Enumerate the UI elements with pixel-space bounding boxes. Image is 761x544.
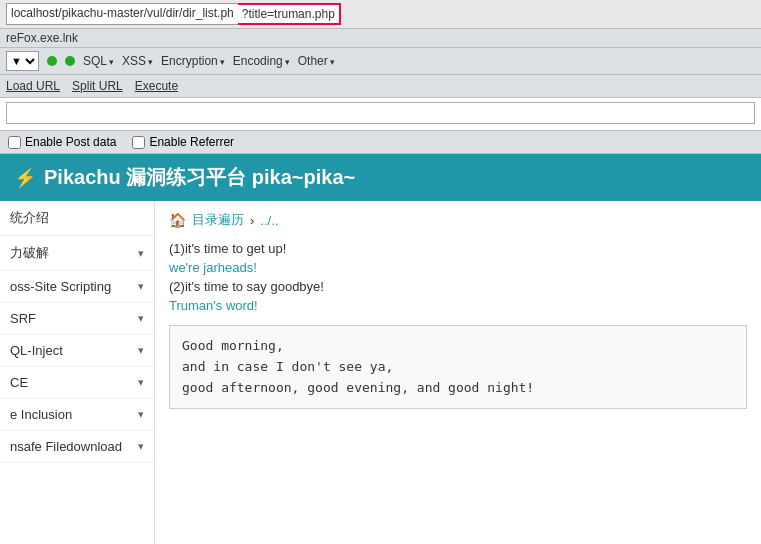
breadcrumb-separator: › [250, 213, 254, 228]
exe-link-bar: reFox.exe.lnk [0, 29, 761, 48]
textbox-line3: good afternoon, good evening, and good n… [182, 378, 734, 399]
sidebar-item-rce[interactable]: CE ▾ [0, 367, 154, 399]
quote-textbox: Good morning, and in case I don't see ya… [169, 325, 747, 409]
referrer-checkbox[interactable] [132, 136, 145, 149]
sidebar-item-bruteforce[interactable]: 力破解 ▾ [0, 236, 154, 271]
exe-link-text: reFox.exe.lnk [6, 31, 78, 45]
pika-icon: ⚡ [14, 167, 36, 189]
breadcrumb: 🏠 目录遍历 › ../.. [169, 211, 747, 229]
url-input-row [6, 102, 755, 124]
chevron-icon-3: ▾ [138, 312, 144, 325]
post-data-label: Enable Post data [25, 135, 116, 149]
green-dot [47, 56, 57, 66]
app-title: Pikachu 漏洞练习平台 pika~pika~ [44, 164, 355, 191]
link-jarheads[interactable]: we're jarheads! [169, 260, 747, 275]
main-layout: 统介绍 力破解 ▾ oss-Site Scripting ▾ SRF ▾ QL-… [0, 201, 761, 544]
sidebar-item-csrf[interactable]: SRF ▾ [0, 303, 154, 335]
sidebar-sqlinject-label: QL-Inject [10, 343, 63, 358]
xss-menu[interactable]: XSS [122, 54, 153, 68]
split-url-link[interactable]: Split URL [72, 79, 123, 93]
breadcrumb-path-link[interactable]: ../.. [260, 213, 278, 228]
url-inputs-area [0, 98, 761, 131]
url-input-field[interactable] [6, 102, 755, 124]
encryption-menu[interactable]: Encryption [161, 54, 225, 68]
sidebar-filedownload-label: nsafe Filedownload [10, 439, 122, 454]
chevron-icon-7: ▾ [138, 440, 144, 453]
sidebar-bruteforce-label: 力破解 [10, 244, 49, 262]
chevron-icon-4: ▾ [138, 344, 144, 357]
main-content: 🏠 目录遍历 › ../.. (1)it's time to get up! w… [155, 201, 761, 544]
url-left-part: localhost/pikachu-master/vul/dir/dir_lis… [6, 3, 238, 25]
referrer-checkbox-label[interactable]: Enable Referrer [132, 135, 234, 149]
sidebar: 统介绍 力破解 ▾ oss-Site Scripting ▾ SRF ▾ QL-… [0, 201, 155, 544]
sidebar-rce-label: CE [10, 375, 28, 390]
other-menu[interactable]: Other [298, 54, 335, 68]
sidebar-csrf-label: SRF [10, 311, 36, 326]
textbox-line1: Good morning, [182, 336, 734, 357]
home-icon: 🏠 [169, 212, 186, 228]
browser-address-bar: localhost/pikachu-master/vul/dir/dir_lis… [0, 0, 761, 29]
sidebar-xss-label: oss-Site Scripting [10, 279, 111, 294]
textbox-line2: and in case I don't see ya, [182, 357, 734, 378]
toolbar-select[interactable]: ▼ [6, 51, 39, 71]
post-data-checkbox-label[interactable]: Enable Post data [8, 135, 116, 149]
chevron-icon-6: ▾ [138, 408, 144, 421]
url-right-part: ?title=truman.php [238, 3, 341, 25]
url-box[interactable]: localhost/pikachu-master/vul/dir/dir_lis… [6, 3, 755, 25]
chevron-icon-5: ▾ [138, 376, 144, 389]
post-data-checkbox[interactable] [8, 136, 21, 149]
sidebar-item-xss[interactable]: oss-Site Scripting ▾ [0, 271, 154, 303]
app-header: ⚡ Pikachu 漏洞练习平台 pika~pika~ [0, 154, 761, 201]
encoding-menu[interactable]: Encoding [233, 54, 290, 68]
hakbar: Load URL Split URL Execute [0, 75, 761, 98]
execute-link[interactable]: Execute [135, 79, 178, 93]
load-url-link[interactable]: Load URL [6, 79, 60, 93]
sidebar-intro-label: 统介绍 [10, 209, 49, 227]
breadcrumb-dir-link[interactable]: 目录遍历 [192, 211, 244, 229]
green-dot-2 [65, 56, 75, 66]
main-toolbar: ▼ SQL XSS Encryption Encoding Other [0, 48, 761, 75]
link-trumans-word[interactable]: Truman's word! [169, 298, 747, 313]
sidebar-item-filedownload[interactable]: nsafe Filedownload ▾ [0, 431, 154, 463]
chevron-icon-2: ▾ [138, 280, 144, 293]
sidebar-inclusion-label: e Inclusion [10, 407, 72, 422]
sidebar-item-sqlinject[interactable]: QL-Inject ▾ [0, 335, 154, 367]
line-2: (2)it's time to say goodbye! [169, 279, 747, 294]
referrer-label: Enable Referrer [149, 135, 234, 149]
sidebar-item-inclusion[interactable]: e Inclusion ▾ [0, 399, 154, 431]
options-row: Enable Post data Enable Referrer [0, 131, 761, 154]
sidebar-item-intro[interactable]: 统介绍 [0, 201, 154, 236]
chevron-icon-1: ▾ [138, 247, 144, 260]
sql-menu[interactable]: SQL [83, 54, 114, 68]
line-1: (1)it's time to get up! [169, 241, 747, 256]
